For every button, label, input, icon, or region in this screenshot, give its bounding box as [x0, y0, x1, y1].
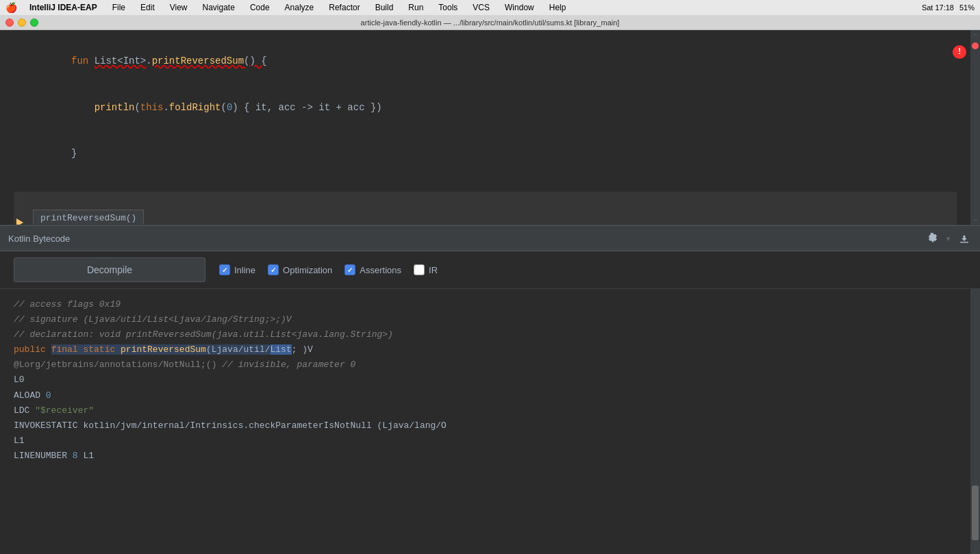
controls-bar: Decompile ✓ Inline ✓ Optimization ✓: [0, 251, 980, 289]
decompile-label: Decompile: [87, 264, 132, 275]
bytecode-scrollbar[interactable]: [970, 289, 980, 554]
code-content: fun List<Int>.printReversedSum() { print…: [0, 30, 970, 225]
menu-item-run[interactable]: Run: [405, 1, 426, 14]
apple-menu[interactable]: 🍎: [5, 2, 17, 13]
bytecode-content[interactable]: // access flags 0x19 // signature (Ljava…: [0, 289, 970, 554]
editor-scrollbar[interactable]: − −: [970, 30, 980, 225]
menu-item-vcs[interactable]: VCS: [470, 1, 492, 14]
bytecode-line-10: L1: [14, 433, 957, 449]
assertions-label: Assertions: [360, 265, 401, 275]
checkboxes-row: ✓ Inline ✓ Optimization ✓ Assertions: [219, 264, 438, 275]
breakpoint-arrow: [16, 218, 23, 225]
bytecode-line-7: ALOAD 0: [14, 388, 957, 403]
scroll-down-icon[interactable]: −: [970, 216, 980, 225]
bytecode-line-8: LDC "$receiver": [14, 403, 957, 418]
bytecode-body: // access flags 0x19 // signature (Ljava…: [0, 289, 980, 554]
bytecode-icons: ▾: [925, 231, 972, 246]
maximize-button[interactable]: [30, 18, 38, 27]
checkbox-assertions[interactable]: ✓ Assertions: [344, 264, 401, 275]
autocomplete-text: printReversedSum(): [40, 213, 136, 223]
code-line-4: [14, 177, 957, 192]
menu-item-build[interactable]: Build: [373, 1, 397, 14]
bytecode-line-11: LINENUMBER 8 L1: [14, 449, 957, 464]
code-editor[interactable]: fun List<Int>.printReversedSum() { print…: [0, 30, 970, 225]
bytecode-line-4: public final static printReversedSum(Lja…: [14, 342, 957, 357]
ir-label: IR: [429, 265, 438, 275]
assertions-checkbox-box[interactable]: ✓: [344, 264, 355, 275]
svg-rect-0: [960, 242, 968, 243]
settings-dropdown-icon[interactable]: ▾: [946, 233, 951, 244]
code-line-5: fun List<String>.printReversedSum() {: [14, 192, 957, 225]
code-line-1: fun List<Int>.printReversedSum() {: [14, 38, 957, 84]
checkbox-inline[interactable]: ✓ Inline: [219, 264, 255, 275]
inline-label: Inline: [234, 265, 255, 275]
optimization-checkmark: ✓: [271, 266, 276, 274]
download-icon[interactable]: [957, 231, 972, 246]
bytecode-panel-title: Kotlin Bytecode: [8, 234, 70, 244]
menu-bar-right: Sat 17:18 51%: [922, 3, 975, 12]
title-bar: article-java-fiendly-kotlin — .../librar…: [0, 15, 980, 30]
checkbox-ir[interactable]: IR: [414, 264, 438, 275]
editor-area: fun List<Int>.printReversedSum() { print…: [0, 30, 980, 225]
main-container: fun List<Int>.printReversedSum() { print…: [0, 30, 980, 554]
bytecode-scroll-thumb[interactable]: [972, 486, 979, 540]
bytecode-line-9: INVOKESTATIC kotlin/jvm/internal/Intrins…: [14, 418, 957, 433]
error-count: !: [957, 47, 962, 57]
minimize-button[interactable]: [18, 18, 26, 27]
optimization-checkbox-box[interactable]: ✓: [268, 264, 279, 275]
bytecode-line-6: L0: [14, 373, 957, 388]
menu-item-view[interactable]: View: [167, 1, 190, 14]
error-indicator: [972, 42, 979, 49]
bytecode-line-2: // signature (Ljava/util/List<Ljava/lang…: [14, 312, 957, 327]
settings-icon[interactable]: [925, 231, 940, 246]
decompile-button[interactable]: Decompile: [14, 257, 205, 282]
autocomplete-popup[interactable]: printReversedSum(): [33, 210, 144, 225]
menu-bar-status: Sat 17:18: [922, 3, 954, 12]
assertions-checkmark: ✓: [347, 266, 353, 274]
optimization-label: Optimization: [283, 265, 332, 275]
menu-bar: 🍎 IntelliJ IDEA-EAP File Edit View Navig…: [0, 0, 980, 15]
checkbox-optimization[interactable]: ✓ Optimization: [268, 264, 332, 275]
menu-item-app[interactable]: IntelliJ IDEA-EAP: [27, 1, 100, 14]
scroll-up-icon[interactable]: −: [970, 30, 980, 40]
error-badge: !: [953, 45, 966, 59]
menu-item-file[interactable]: File: [110, 1, 128, 14]
menu-item-code[interactable]: Code: [247, 1, 273, 14]
menu-item-analyze[interactable]: Analyze: [282, 1, 317, 14]
code-line-3: }: [14, 130, 957, 176]
code-line-2: println(this.foldRight(0) { it, acc -> i…: [14, 84, 957, 130]
traffic-lights: [5, 18, 38, 27]
menu-item-tools[interactable]: Tools: [436, 1, 460, 14]
menu-item-window[interactable]: Window: [502, 1, 537, 14]
inline-checkmark: ✓: [222, 266, 227, 274]
bytecode-header: Kotlin Bytecode ▾: [0, 225, 980, 251]
window-title: article-java-fiendly-kotlin — .../librar…: [361, 18, 620, 27]
menu-item-edit[interactable]: Edit: [138, 1, 158, 14]
close-button[interactable]: [5, 18, 14, 27]
inline-checkbox-box[interactable]: ✓: [219, 264, 230, 275]
bytecode-line-5: @Lorg/jetbrains/annotations/NotNull;() /…: [14, 357, 957, 373]
bytecode-line-1: // access flags 0x19: [14, 297, 957, 312]
ir-checkbox-box[interactable]: [414, 264, 425, 275]
bytecode-line-3: // declaration: void printReversedSum(ja…: [14, 327, 957, 342]
menu-item-navigate[interactable]: Navigate: [200, 1, 238, 14]
menu-bar-left: 🍎 IntelliJ IDEA-EAP File Edit View Navig…: [5, 1, 568, 14]
menu-item-refactor[interactable]: Refactor: [326, 1, 362, 14]
menu-item-help[interactable]: Help: [546, 1, 569, 14]
menu-bar-battery: 51%: [959, 3, 975, 12]
